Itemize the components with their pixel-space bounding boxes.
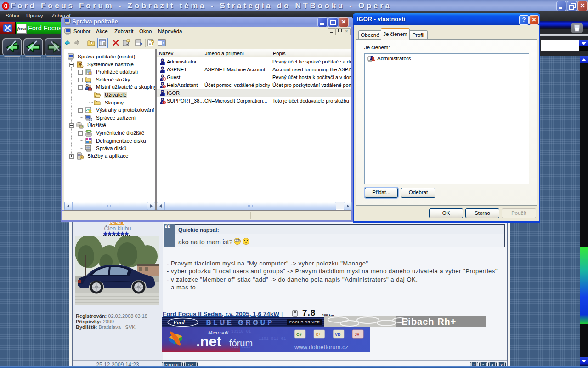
svg-text:fórum: fórum (229, 338, 253, 348)
svg-text:BLUE GROUP: BLUE GROUP (206, 319, 274, 326)
svg-text:.net: .net (196, 334, 221, 350)
svg-text:www.dotnetforum.cz: www.dotnetforum.cz (294, 344, 348, 351)
svg-text:VB: VB (335, 332, 341, 337)
svg-text:1101 011 01: 1101 011 01 (259, 337, 286, 341)
svg-text:FOCUS DRIVER: FOCUS DRIVER (289, 320, 320, 324)
svg-text:?: ? (151, 40, 154, 46)
svg-text:C#: C# (296, 332, 302, 337)
svg-text:C+: C+ (316, 332, 321, 337)
svg-text:Eibach Rh+: Eibach Rh+ (401, 316, 456, 327)
svg-text:10110 01: 10110 01 (231, 329, 251, 334)
svg-text:Ford: Ford (173, 319, 185, 326)
svg-text:J#: J# (355, 332, 359, 337)
